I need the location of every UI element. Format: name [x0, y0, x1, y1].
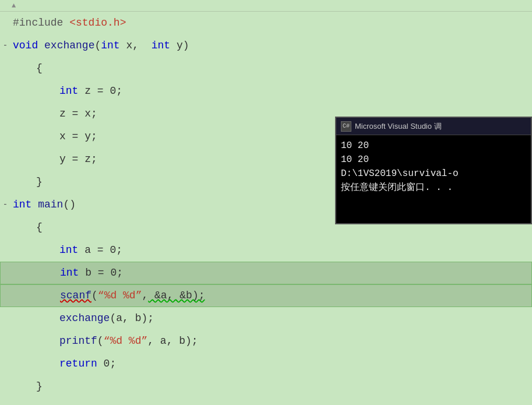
terminal-icon: C#	[341, 121, 351, 132]
code-token: &a, &b);	[148, 290, 205, 301]
code-token: void	[13, 40, 38, 51]
code-token: z = 0;	[78, 85, 122, 97]
code-token: }	[36, 381, 43, 392]
code-line: int a = 0;	[0, 239, 532, 262]
code-token: (	[94, 40, 101, 51]
code-token: <stdio.h>	[69, 17, 126, 29]
code-token: “%d %d”	[104, 335, 148, 347]
code-content: #include <stdio.h>	[10, 12, 532, 34]
terminal-line: 按任意键关闭此窗口. . .	[341, 181, 526, 195]
code-token	[31, 199, 38, 210]
code-token: exchange	[44, 40, 94, 51]
terminal-line: 10 20	[341, 139, 526, 153]
code-content: int z = 0;	[57, 80, 532, 103]
code-token: x,	[120, 40, 152, 51]
code-token: , a, b);	[147, 335, 198, 347]
code-token: return	[59, 358, 97, 369]
terminal-line: 10 20	[341, 153, 526, 167]
code-token	[38, 40, 44, 51]
code-line: #include <stdio.h>	[0, 12, 532, 34]
code-token: scanf	[60, 290, 91, 301]
code-token: (	[110, 312, 116, 324]
code-content: printf(“%d %d”, a, b);	[57, 330, 532, 353]
code-line: -void exchange(int x, int y)	[0, 34, 532, 57]
code-content: return 0;	[57, 353, 532, 375]
code-token: ()	[63, 199, 76, 210]
main-container: ▲ #include <stdio.h>-void exchange(int x…	[0, 0, 532, 405]
code-content: {	[34, 57, 532, 80]
code-token: }	[36, 176, 43, 188]
code-token: printf	[59, 335, 97, 347]
terminal-window[interactable]: C# Microsoft Visual Studio 调 10 2010 20D…	[335, 117, 532, 224]
code-token: “%d %d”	[98, 290, 142, 301]
code-token: z = x;	[59, 108, 97, 119]
terminal-line: D:\1VS2019\survival-o	[341, 167, 526, 181]
code-line: int b = 0;	[0, 262, 532, 284]
collapse-button[interactable]: -	[0, 193, 10, 216]
code-token: y)	[170, 40, 189, 51]
code-content: int b = 0;	[58, 262, 531, 284]
terminal-body: 10 2010 20D:\1VS2019\survival-o按任意键关闭此窗口…	[336, 135, 531, 223]
code-token: {	[36, 221, 43, 233]
code-line: {	[0, 57, 532, 80]
code-token: exchange	[59, 312, 110, 324]
scroll-top: ▲	[0, 0, 532, 12]
code-token: x = y;	[59, 131, 97, 142]
code-token: #include	[13, 17, 69, 29]
code-token: int	[152, 40, 170, 51]
collapse-button[interactable]: -	[0, 34, 10, 57]
terminal-titlebar: C# Microsoft Visual Studio 调	[336, 118, 531, 135]
code-token: y = z;	[59, 153, 97, 165]
code-token: a = 0;	[78, 244, 122, 256]
code-token: a, b);	[116, 312, 154, 324]
code-token: int	[59, 85, 78, 97]
code-token: b = 0;	[79, 267, 123, 279]
code-line: int z = 0;	[0, 80, 532, 103]
code-token: int	[13, 199, 31, 210]
code-token: (	[91, 290, 98, 301]
code-content: scanf(“%d %d”, &a, &b);	[58, 284, 531, 307]
code-token: ,	[142, 290, 148, 301]
code-editor: ▲ #include <stdio.h>-void exchange(int x…	[0, 0, 532, 405]
code-content: void exchange(int x, int y)	[10, 34, 532, 57]
code-token: (	[97, 335, 104, 347]
code-line: }	[0, 375, 532, 398]
code-content: int a = 0;	[57, 239, 532, 262]
code-line: exchange(a, b);	[0, 307, 532, 330]
code-token: int	[101, 40, 119, 51]
code-content: exchange(a, b);	[57, 307, 532, 330]
scroll-indicator: ▲	[12, 2, 16, 10]
terminal-title: Microsoft Visual Studio 调	[355, 121, 442, 132]
code-token: int	[60, 267, 79, 279]
code-token: int	[59, 244, 78, 256]
code-line: return 0;	[0, 353, 532, 375]
code-line: scanf(“%d %d”, &a, &b);	[0, 284, 532, 307]
code-line: printf(“%d %d”, a, b);	[0, 330, 532, 353]
code-token: main	[38, 199, 63, 210]
code-token: {	[36, 62, 43, 74]
code-content: }	[34, 375, 532, 398]
code-token: 0;	[97, 358, 116, 369]
